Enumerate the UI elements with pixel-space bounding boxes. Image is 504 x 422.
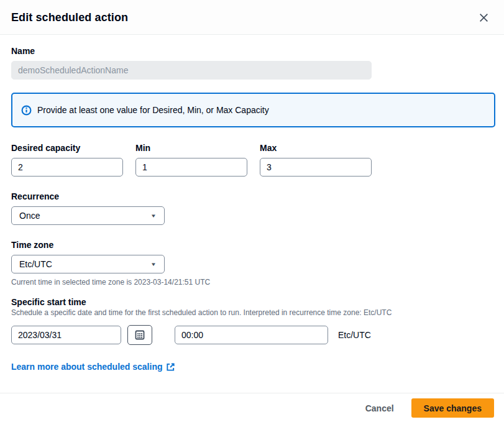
timezone-select[interactable]: Etc/UTC ▼	[11, 255, 165, 273]
datetime-row: Etc/UTC	[11, 325, 495, 345]
recurrence-select[interactable]: Once ▼	[11, 206, 165, 225]
timezone-label: Time zone	[11, 240, 495, 250]
learn-more-link-text: Learn more about scheduled scaling	[11, 362, 163, 372]
min-capacity-input[interactable]	[135, 158, 247, 177]
start-time-label: Specific start time	[11, 297, 495, 307]
desired-capacity-input[interactable]	[11, 158, 123, 177]
start-time-input[interactable]	[175, 326, 328, 344]
calendar-button[interactable]	[127, 325, 152, 345]
name-label: Name	[11, 46, 495, 56]
timezone-helper-text: Current time in selected time zone is 20…	[11, 278, 495, 287]
external-link-icon	[166, 362, 175, 372]
desired-capacity-field: Desired capacity	[11, 143, 123, 177]
timezone-field: Time zone Etc/UTC ▼ Current time in sele…	[11, 240, 495, 287]
recurrence-selected-value: Once	[19, 211, 40, 221]
start-time-field: Specific start time Schedule a specific …	[11, 297, 495, 345]
chevron-down-icon: ▼	[150, 262, 157, 267]
max-capacity-input[interactable]	[260, 158, 372, 177]
start-date-input[interactable]	[11, 326, 121, 344]
modal-footer: Cancel Save changes	[0, 393, 504, 422]
close-button[interactable]	[476, 10, 492, 25]
close-icon	[479, 16, 489, 25]
modal-header: Edit scheduled action	[0, 0, 504, 35]
recurrence-field: Recurrence Once ▼	[11, 191, 495, 225]
save-changes-button[interactable]: Save changes	[411, 398, 494, 418]
timezone-selected-value: Etc/UTC	[19, 259, 52, 269]
alert-text: Provide at least one value for Desired, …	[37, 105, 269, 115]
learn-more-row: Learn more about scheduled scaling	[11, 362, 495, 372]
edit-scheduled-action-modal: Edit scheduled action Name Provide at le…	[0, 0, 504, 422]
modal-body: Name Provide at least one value for Desi…	[0, 35, 504, 393]
calendar-icon	[135, 330, 145, 340]
modal-title: Edit scheduled action	[11, 11, 128, 24]
start-time-description: Schedule a specific date and time for th…	[11, 308, 495, 317]
cancel-button[interactable]: Cancel	[355, 400, 404, 416]
desired-capacity-label: Desired capacity	[11, 143, 123, 153]
chevron-down-icon: ▼	[150, 213, 157, 219]
name-input	[11, 61, 372, 80]
recurrence-label: Recurrence	[11, 191, 495, 201]
info-icon	[21, 105, 32, 116]
max-capacity-field: Max	[260, 143, 372, 177]
learn-more-link[interactable]: Learn more about scheduled scaling	[11, 362, 175, 372]
min-capacity-label: Min	[135, 143, 247, 153]
max-capacity-label: Max	[260, 143, 372, 153]
capacity-row: Desired capacity Min Max	[11, 143, 495, 177]
timezone-suffix-label: Etc/UTC	[338, 330, 371, 340]
min-capacity-field: Min	[135, 143, 247, 177]
info-alert: Provide at least one value for Desired, …	[11, 93, 495, 127]
